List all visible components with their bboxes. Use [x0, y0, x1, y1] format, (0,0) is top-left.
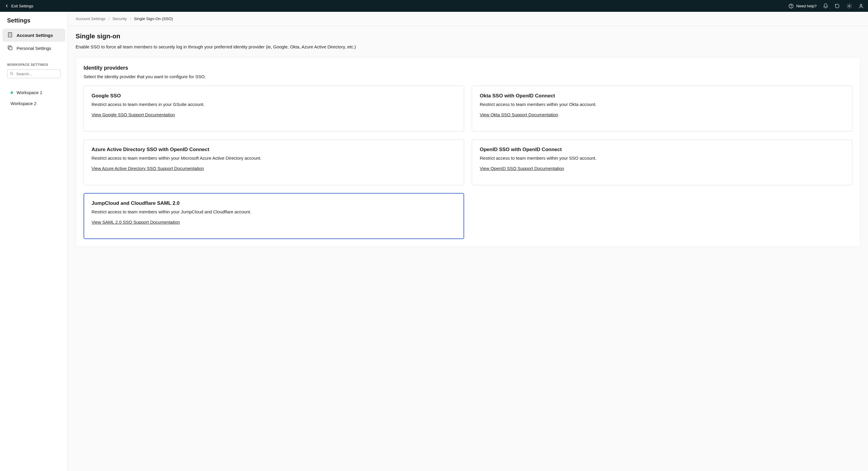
sidebar-item-account-settings[interactable]: Account Settings: [2, 29, 65, 42]
card-title: Identity providers: [84, 65, 852, 71]
building-icon: [7, 32, 13, 39]
need-help-button[interactable]: Need help?: [788, 3, 817, 9]
workspace-name: Workspace 2: [11, 101, 36, 106]
provider-doc-link[interactable]: View Google SSO Support Documentation: [92, 112, 175, 117]
search-icon: [9, 71, 14, 76]
provider-name: JumpCloud and Cloudflare SAML 2.0: [92, 200, 456, 206]
user-icon[interactable]: [858, 3, 864, 9]
svg-point-3: [860, 4, 862, 6]
topbar-right: Need help?: [788, 3, 864, 9]
workspace-search: [7, 69, 61, 78]
provider-desc: Restrict access to team members within y…: [92, 155, 456, 161]
chat-icon[interactable]: [834, 3, 840, 9]
chevron-left-icon: [5, 4, 8, 7]
exit-settings-button[interactable]: Exit Settings: [5, 4, 33, 8]
svg-point-2: [848, 5, 850, 7]
page-title: Single sign-on: [75, 32, 860, 40]
search-input[interactable]: [7, 69, 61, 78]
breadcrumb-item-current: Single Sign-On (SSO): [134, 17, 173, 21]
provider-name: OpenID SSO with OpenID Connect: [480, 147, 844, 153]
breadcrumb-separator: /: [108, 17, 110, 21]
provider-desc: Restrict access to team members within y…: [92, 209, 456, 215]
main-content: Account Settings / Security / Single Sig…: [68, 12, 868, 471]
gear-icon[interactable]: [846, 3, 852, 9]
breadcrumb: Account Settings / Security / Single Sig…: [68, 12, 868, 26]
svg-point-1: [791, 7, 792, 7]
breadcrumb-separator: /: [130, 17, 131, 21]
provider-card[interactable]: Okta SSO with OpenID ConnectRestrict acc…: [472, 86, 852, 132]
svg-rect-5: [9, 46, 12, 50]
page-description: Enable SSO to force all team members to …: [75, 44, 860, 49]
sidebar-title: Settings: [0, 17, 68, 29]
provider-name: Azure Active Directory SSO with OpenID C…: [92, 147, 456, 153]
provider-doc-link[interactable]: View Azure Active Directory SSO Support …: [92, 166, 204, 171]
page-header: Single sign-on Enable SSO to force all t…: [68, 26, 868, 57]
provider-doc-link[interactable]: View OpenID SSO Support Documentation: [480, 166, 564, 171]
copy-icon: [7, 45, 13, 52]
topbar: Exit Settings Need help?: [0, 0, 868, 12]
provider-desc: Restrict access to team members within y…: [480, 101, 844, 107]
notifications-icon[interactable]: [823, 3, 829, 9]
workspace-item[interactable]: Workspace 2: [0, 98, 68, 109]
sidebar-item-personal-settings[interactable]: Personal Settings: [2, 42, 65, 55]
help-icon: [788, 3, 794, 9]
active-dot-icon: [11, 92, 13, 94]
provider-doc-link[interactable]: View SAML 2.0 SSO Support Documentation: [92, 220, 180, 225]
sidebar-item-label: Personal Settings: [17, 46, 51, 51]
provider-doc-link[interactable]: View Okta SSO Support Documentation: [480, 112, 558, 117]
provider-card[interactable]: JumpCloud and Cloudflare SAML 2.0Restric…: [84, 193, 464, 239]
breadcrumb-item[interactable]: Account Settings: [75, 17, 105, 21]
provider-grid: Google SSORestrict access to team member…: [84, 86, 852, 239]
identity-providers-card: Identity providers Select the identity p…: [75, 57, 860, 247]
exit-settings-label: Exit Settings: [11, 4, 33, 8]
workspace-item[interactable]: Workspace 1: [0, 87, 68, 98]
card-subtitle: Select the identity provider that you wa…: [84, 74, 852, 79]
provider-card[interactable]: Azure Active Directory SSO with OpenID C…: [84, 139, 464, 185]
provider-desc: Restrict access to team members in your …: [92, 101, 456, 107]
provider-card[interactable]: Google SSORestrict access to team member…: [84, 86, 464, 132]
svg-rect-4: [8, 32, 12, 37]
svg-point-6: [10, 72, 13, 75]
need-help-label: Need help?: [796, 4, 817, 8]
provider-name: Google SSO: [92, 93, 456, 99]
workspace-section-label: WORKSPACE SETTINGS: [0, 55, 68, 69]
workspace-list: Workspace 1 Workspace 2: [0, 78, 68, 109]
provider-desc: Restrict access to team members within y…: [480, 155, 844, 161]
workspace-name: Workspace 1: [17, 90, 42, 95]
sidebar: Settings Account Settings Personal Setti…: [0, 12, 68, 471]
provider-card[interactable]: OpenID SSO with OpenID ConnectRestrict a…: [472, 139, 852, 185]
breadcrumb-item[interactable]: Security: [113, 17, 127, 21]
provider-name: Okta SSO with OpenID Connect: [480, 93, 844, 99]
sidebar-item-label: Account Settings: [17, 33, 53, 38]
